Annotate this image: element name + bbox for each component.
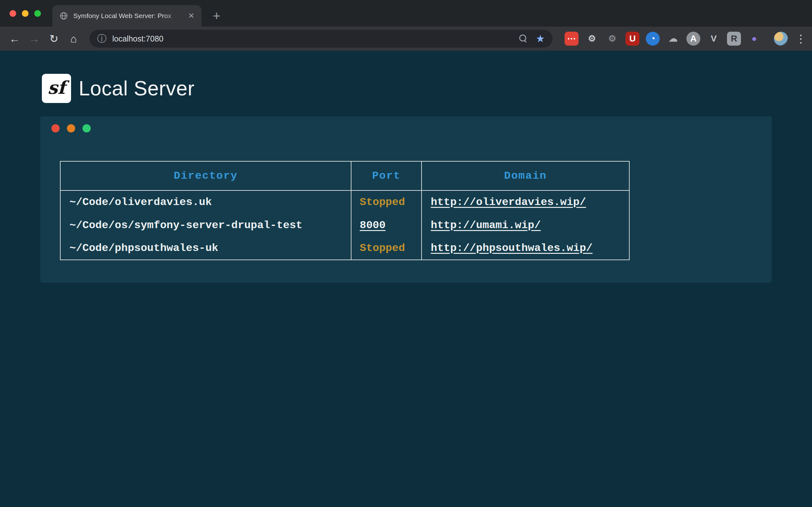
bookmark-star-icon[interactable]: ★ xyxy=(536,34,545,44)
tab-close-icon[interactable]: ✕ xyxy=(188,12,194,20)
blue-circle-extension-icon[interactable]: ◔ xyxy=(646,32,660,46)
browser-tab[interactable]: Symfony Local Web Server: Prox ✕ xyxy=(52,5,201,26)
column-header-directory: Directory xyxy=(60,161,351,190)
globe-favicon-icon xyxy=(59,11,68,20)
column-header-domain: Domain xyxy=(421,161,629,190)
back-icon[interactable]: ← xyxy=(8,32,21,46)
window-zoom-button[interactable] xyxy=(34,10,41,17)
forward-icon[interactable]: → xyxy=(27,32,41,46)
terminal-dot-orange-icon xyxy=(67,124,75,132)
window-minimize-button[interactable] xyxy=(22,10,29,17)
new-tab-button[interactable]: + xyxy=(208,7,225,25)
letter-a-extension-icon[interactable]: A xyxy=(687,32,700,46)
server-panel: Directory Port Domain ~/Code/oliverdavie… xyxy=(40,116,772,283)
page-content: sf Local Server Directory Port Domain ~/… xyxy=(0,51,812,507)
gear-light-extension-icon[interactable]: ⚙ xyxy=(585,32,599,46)
domain-link[interactable]: http://umami.wip/ xyxy=(431,219,541,231)
terminal-window-dots xyxy=(51,124,91,132)
page-title: Local Server xyxy=(79,74,194,103)
gear-dark-extension-icon[interactable]: ⚙ xyxy=(605,32,619,46)
chrome-menu-icon[interactable]: ⋮ xyxy=(796,32,806,45)
home-icon[interactable]: ⌂ xyxy=(67,32,81,46)
terminal-dot-red-icon xyxy=(51,124,60,132)
letter-v-extension-icon[interactable]: V xyxy=(707,32,721,46)
directory-path: ~/Code/oliverdavies.uk xyxy=(69,196,212,208)
column-header-port: Port xyxy=(351,161,421,190)
table-header-row: Directory Port Domain xyxy=(60,161,629,190)
zoom-indicator-icon[interactable] xyxy=(519,35,527,43)
tab-title: Symfony Local Web Server: Prox xyxy=(73,12,183,20)
red-dots-extension-icon[interactable]: ⋯ xyxy=(565,32,578,46)
symfony-logo-glyph: sf xyxy=(48,77,65,98)
symfony-logo: sf xyxy=(42,74,71,103)
ublock-extension-icon[interactable]: U xyxy=(625,32,640,46)
reload-icon[interactable]: ↻ xyxy=(47,32,61,46)
domain-link[interactable]: http://oliverdavies.wip/ xyxy=(431,196,586,208)
table-row: ~/Code/phpsouthwales-uk Stopped http://p… xyxy=(60,237,629,260)
cloud-extension-icon[interactable]: ☁ xyxy=(666,32,680,46)
port-link[interactable]: 8000 xyxy=(360,219,386,231)
table-row: ~/Code/oliverdavies.uk Stopped http://ol… xyxy=(60,190,629,214)
octocat-extension-icon[interactable]: ● xyxy=(747,32,761,46)
browser-toolbar: ← → ↻ ⌂ ⓘ localhost:7080 ★ ⋯ ⚙ ⚙ U ◔ ☁ A… xyxy=(0,26,812,51)
terminal-dot-green-icon xyxy=(83,124,91,132)
port-status: Stopped xyxy=(360,242,405,254)
window-close-button[interactable] xyxy=(9,10,16,17)
table-row: ~/Code/os/symfony-server-drupal-test 800… xyxy=(60,214,629,237)
url-text[interactable]: localhost:7080 xyxy=(112,34,519,43)
servers-table: Directory Port Domain ~/Code/oliverdavie… xyxy=(60,161,629,260)
tab-strip: Symfony Local Web Server: Prox ✕ + xyxy=(0,0,812,26)
site-info-icon[interactable]: ⓘ xyxy=(97,32,107,45)
extensions-bar: ⋯ ⚙ ⚙ U ◔ ☁ A V R ● xyxy=(565,32,761,46)
address-bar[interactable]: ⓘ localhost:7080 ★ xyxy=(90,30,553,48)
domain-link[interactable]: http://phpsouthwales.wip/ xyxy=(431,242,593,254)
directory-path: ~/Code/phpsouthwales-uk xyxy=(69,242,218,254)
profile-avatar[interactable] xyxy=(774,32,788,46)
gray-square-extension-icon[interactable]: R xyxy=(727,32,741,46)
window-controls xyxy=(9,10,41,17)
directory-path: ~/Code/os/symfony-server-drupal-test xyxy=(69,219,303,231)
port-status: Stopped xyxy=(360,196,405,208)
